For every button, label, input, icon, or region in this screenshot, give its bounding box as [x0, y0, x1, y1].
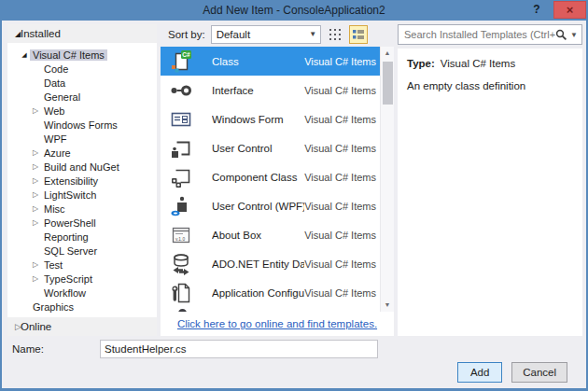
- tree-item-label: Misc: [41, 203, 68, 215]
- help-button[interactable]: ?: [526, 1, 547, 19]
- scrollbar-thumb[interactable]: [383, 62, 393, 105]
- tree-item[interactable]: ▷ Build and NuGet: [7, 160, 157, 174]
- scroll-up-icon[interactable]: ▲: [385, 47, 391, 60]
- go-online-link[interactable]: Click here to go online and find templat…: [177, 318, 377, 329]
- tree-item[interactable]: Code: [7, 62, 157, 76]
- tree-item[interactable]: WPF: [7, 132, 157, 146]
- tree-item[interactable]: ▷ TypeScript: [7, 272, 157, 286]
- template-row[interactable]: User Control (WPF) Visual C# Items: [161, 191, 380, 220]
- tree-item-label: Workflow: [41, 287, 89, 299]
- tree-item[interactable]: Workflow: [7, 286, 157, 300]
- name-input[interactable]: [100, 340, 378, 358]
- online-header[interactable]: ▷ Online: [7, 317, 157, 336]
- sort-by-label: Sort by:: [168, 29, 205, 40]
- template-name: Class: [212, 56, 304, 67]
- search-dropdown-icon[interactable]: ▼: [570, 31, 578, 39]
- search-box[interactable]: ▼: [398, 24, 582, 45]
- sort-by-dropdown[interactable]: Default ▼: [211, 25, 321, 44]
- scroll-down-icon[interactable]: ▼: [385, 299, 391, 312]
- sort-by-value: Default: [217, 29, 250, 40]
- template-category: Visual C# Items: [304, 114, 376, 125]
- template-row[interactable]: Application Configuratio... Visual C# It…: [161, 278, 380, 307]
- tree-item[interactable]: ▷ Test: [7, 258, 157, 272]
- tree-item-label: General: [41, 91, 83, 103]
- tree-item-label: Windows Forms: [41, 119, 120, 131]
- sidebar-tree: ◢ Visual C# Items Code Data General ▷ We…: [7, 43, 157, 317]
- collapsed-arrow-icon[interactable]: ▷: [7, 322, 21, 331]
- template-list: C# Class Visual C# Items Interface Visua…: [161, 47, 380, 307]
- tree-item[interactable]: SQL Server: [7, 244, 157, 258]
- tree-arrow-icon[interactable]: ▷: [30, 204, 41, 213]
- tree-item-label: Azure: [41, 147, 74, 159]
- list-view-button[interactable]: [349, 25, 368, 44]
- template-name: Application Configuratio...: [212, 287, 304, 299]
- small-icons-view-button[interactable]: [326, 25, 344, 44]
- dialog-buttons: Add Cancel: [457, 362, 567, 383]
- template-name: User Control: [212, 143, 304, 154]
- cancel-button[interactable]: Cancel: [511, 362, 567, 383]
- template-name: User Control (WPF): [212, 201, 304, 212]
- template-row-partial[interactable]: [161, 309, 380, 312]
- tree-item-label: Extensibility: [41, 175, 101, 187]
- tree-item[interactable]: ▷ Web: [7, 104, 157, 118]
- tree-item[interactable]: Windows Forms: [7, 118, 157, 132]
- user-control-wpf-icon: [169, 194, 193, 218]
- close-button[interactable]: ×: [553, 1, 586, 19]
- tree-item[interactable]: General: [7, 90, 157, 104]
- tree-arrow-icon[interactable]: ▷: [30, 162, 41, 171]
- list-scrollbar[interactable]: ▲ ▼: [380, 47, 394, 312]
- installed-header[interactable]: ◢ Installed: [7, 24, 157, 43]
- tree-item[interactable]: Reporting: [7, 230, 157, 244]
- template-row[interactable]: User Control Visual C# Items: [161, 133, 380, 162]
- svg-text:C#: C#: [182, 51, 190, 58]
- tree-item[interactable]: ▷ Extensibility: [7, 174, 157, 188]
- tree-item-label: Reporting: [41, 231, 91, 243]
- template-name: About Box: [212, 230, 304, 241]
- tree-arrow-icon[interactable]: ▷: [30, 260, 41, 269]
- template-category: Visual C# Items: [304, 230, 376, 241]
- sort-toolbar: Sort by: Default ▼: [161, 24, 394, 47]
- search-icon[interactable]: [555, 29, 567, 41]
- tree-item-label: Web: [41, 105, 67, 117]
- template-row[interactable]: v.1.0 About Box Visual C# Items: [161, 220, 380, 249]
- template-category: Visual C# Items: [304, 143, 376, 154]
- app-config-icon: [169, 281, 193, 305]
- tree-arrow-icon[interactable]: ◢: [19, 51, 30, 59]
- template-list-container: C# Class Visual C# Items Interface Visua…: [161, 47, 394, 312]
- add-new-item-dialog: Add New Item - ConsoleApplication2 ? × ◢…: [0, 0, 588, 391]
- tree-arrow-icon[interactable]: ▷: [30, 106, 41, 115]
- template-row[interactable]: Component Class Visual C# Items: [161, 162, 380, 191]
- tree-item-label: Visual C# Items: [30, 49, 107, 61]
- details-panel: ▼ Type:Visual C# Items An empty class de…: [398, 24, 582, 336]
- type-label: Type:: [407, 58, 435, 69]
- tree-item[interactable]: ▷ LightSwitch: [7, 188, 157, 202]
- template-row[interactable]: Interface Visual C# Items: [161, 76, 380, 105]
- tree-item-label: Build and NuGet: [41, 161, 122, 173]
- tree-item[interactable]: Graphics: [7, 300, 157, 314]
- about-box-icon: v.1.0: [169, 223, 193, 247]
- expanded-arrow-icon[interactable]: ◢: [7, 30, 21, 38]
- class-icon: C#: [169, 49, 193, 74]
- tree-arrow-icon[interactable]: ▷: [30, 148, 41, 157]
- tree-item[interactable]: ▷ PowerShell: [7, 216, 157, 230]
- template-details: Type:Visual C# Items An empty class defi…: [398, 49, 582, 336]
- ado-net-entity-icon: [169, 252, 193, 276]
- tree-item-label: TypeScript: [41, 273, 95, 285]
- template-row[interactable]: ADO.NET Entity Data Mo... Visual C# Item…: [161, 249, 380, 278]
- template-row[interactable]: Windows Form Visual C# Items: [161, 105, 380, 133]
- tree-item[interactable]: ◢ Visual C# Items: [7, 48, 157, 62]
- template-row[interactable]: C# Class Visual C# Items: [161, 47, 380, 76]
- search-input[interactable]: [399, 29, 555, 40]
- user-control-icon: [169, 136, 193, 161]
- online-header-label: Online: [21, 321, 51, 332]
- tree-item[interactable]: Data: [7, 76, 157, 90]
- template-category: Visual C# Items: [304, 201, 376, 212]
- tree-arrow-icon[interactable]: ▷: [30, 218, 41, 227]
- tree-item[interactable]: ▷ Misc: [7, 202, 157, 216]
- tree-arrow-icon[interactable]: ▷: [30, 176, 41, 185]
- chevron-down-icon: ▼: [306, 30, 320, 38]
- tree-arrow-icon[interactable]: ▷: [30, 274, 41, 283]
- tree-item[interactable]: ▷ Azure: [7, 146, 157, 160]
- tree-arrow-icon[interactable]: ▷: [30, 190, 41, 199]
- add-button[interactable]: Add: [457, 362, 502, 383]
